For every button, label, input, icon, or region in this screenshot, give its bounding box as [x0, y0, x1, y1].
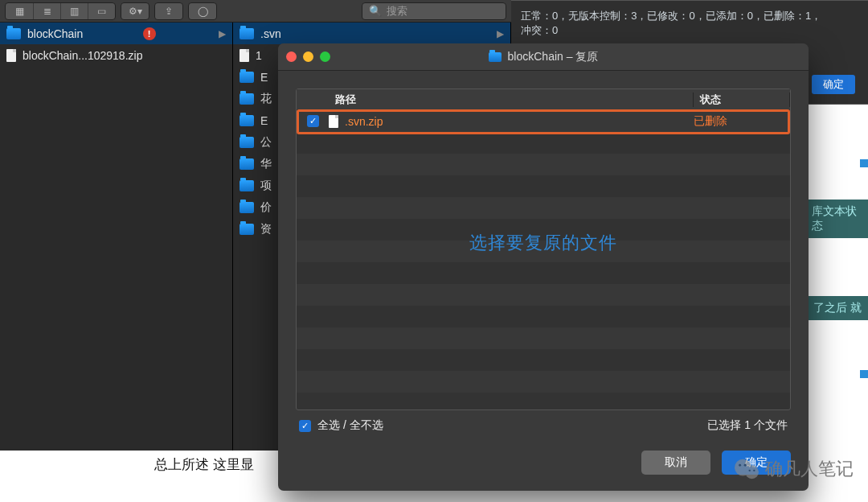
col-status[interactable]: 状态	[694, 93, 790, 107]
table-row	[297, 371, 790, 393]
svg-point-2	[739, 464, 741, 467]
svg-point-3	[744, 464, 747, 467]
arrange-group[interactable]: ⚙︎▾	[121, 2, 149, 20]
finder-column-0: blockChain ! ▶ blockChain...102918.zip	[0, 23, 233, 451]
window-controls	[286, 51, 330, 62]
resize-handle-icon[interactable]	[860, 370, 868, 378]
finder-item-zip[interactable]: blockChain...102918.zip	[0, 44, 232, 66]
table-body: ✓ .svn.zip 已删除 选择	[297, 110, 790, 409]
table-row	[297, 306, 790, 327]
svn-ok-button[interactable]: 确定	[812, 75, 855, 94]
share-group[interactable]: ⇪	[154, 2, 183, 20]
side-strip: 库文本状态 了之后 就	[804, 161, 868, 370]
finder-item-label: blockChain...102918.zip	[23, 49, 142, 62]
finder-toolbar: ▦ ≣ ▥ ▭ ⚙︎▾ ⇪ ◯ 🔍 搜索	[0, 0, 511, 23]
table-row	[297, 284, 790, 306]
svn-status-line: 冲突：0	[521, 23, 858, 38]
icon-view-icon[interactable]: ▦	[6, 3, 33, 19]
row-status: 已删除	[694, 114, 790, 129]
wechat-icon	[733, 458, 760, 480]
file-icon	[240, 49, 249, 62]
table-row	[297, 262, 790, 284]
svg-point-4	[749, 470, 751, 471]
folder-icon	[240, 137, 254, 148]
watermark: 确凡人笔记	[733, 457, 854, 481]
table-row	[297, 175, 790, 197]
view-mode-group[interactable]: ▦ ≣ ▥ ▭	[5, 2, 116, 20]
file-icon	[6, 49, 16, 62]
table-header: 路径 状态	[297, 89, 790, 110]
close-icon[interactable]	[286, 51, 297, 62]
dialog-title: blockChain – 复原	[508, 50, 599, 64]
chevron-right-icon: ▶	[497, 28, 504, 39]
svg-point-1	[745, 465, 759, 479]
cancel-button[interactable]: 取消	[641, 451, 710, 475]
finder-search-placeholder: 搜索	[387, 4, 407, 19]
article-body-text: 总上所述 这里显	[154, 455, 254, 474]
folder-icon	[240, 158, 254, 170]
column-view-icon[interactable]: ▥	[60, 3, 88, 19]
select-all-label: 全选 / 全不选	[317, 418, 383, 433]
finder-col1-header[interactable]: .svn ▶	[233, 23, 510, 44]
side-chip: 库文本状态	[804, 200, 868, 238]
side-chip: 了之后 就	[805, 296, 868, 320]
resize-handle-icon[interactable]	[860, 159, 868, 167]
dialog-titlebar: blockChain – 复原	[278, 43, 809, 71]
tag-icon[interactable]: ◯	[189, 3, 216, 19]
table-row	[297, 327, 790, 349]
table-row	[297, 197, 790, 219]
folder-icon	[240, 202, 254, 213]
search-icon: 🔍	[369, 5, 382, 17]
watermark-text: 确凡人笔记	[765, 457, 854, 481]
folder-icon	[489, 52, 502, 62]
share-icon[interactable]: ⇪	[155, 3, 182, 19]
svg-point-5	[753, 470, 755, 471]
folder-icon	[240, 93, 254, 105]
finder-item-blockchain[interactable]: blockChain ! ▶	[0, 23, 232, 44]
finder-search[interactable]: 🔍 搜索	[362, 2, 506, 20]
col-path[interactable]: 路径	[329, 93, 694, 107]
gear-icon[interactable]: ⚙︎▾	[121, 3, 149, 19]
list-view-icon[interactable]: ≣	[33, 3, 60, 19]
svn-status-line: 正常：0，无版本控制：3，已修改：0，已添加：0，已删除：1，	[521, 9, 858, 23]
table-row[interactable]: ✓ .svn.zip 已删除	[297, 110, 790, 132]
folder-icon	[240, 72, 254, 83]
alert-icon: !	[143, 27, 156, 40]
empty-hint: 选择要复原的文件	[297, 231, 790, 255]
chevron-right-icon: ▶	[219, 28, 226, 39]
gallery-view-icon[interactable]: ▭	[88, 3, 115, 19]
row-checkbox[interactable]: ✓	[307, 115, 319, 127]
maximize-icon[interactable]	[320, 51, 330, 62]
dialog-body: 路径 状态 ✓ .svn.zip 已删除	[278, 71, 809, 439]
folder-icon	[240, 224, 254, 235]
select-all-checkbox[interactable]: ✓	[299, 420, 311, 432]
file-icon	[329, 115, 338, 128]
finder-item-label: blockChain	[27, 27, 83, 40]
revert-dialog: blockChain – 复原 路径 状态 ✓ .svn.zip 已删除	[278, 43, 809, 491]
minimize-icon[interactable]	[303, 51, 313, 62]
folder-icon	[6, 28, 21, 39]
folder-icon	[240, 115, 254, 126]
finder-item-label: .svn	[260, 27, 281, 40]
folder-icon	[240, 28, 254, 39]
table-row	[297, 154, 790, 175]
folder-icon	[240, 180, 254, 191]
tag-group[interactable]: ◯	[188, 2, 217, 20]
revert-table: 路径 状态 ✓ .svn.zip 已删除	[296, 88, 791, 410]
dialog-midbar: ✓ 全选 / 全不选 已选择 1 个文件	[296, 410, 791, 433]
table-row	[297, 349, 790, 371]
dialog-footer: 取消 确定	[278, 439, 809, 491]
row-filename: .svn.zip	[345, 115, 383, 128]
table-row	[297, 132, 790, 154]
selected-count: 已选择 1 个文件	[707, 418, 788, 433]
